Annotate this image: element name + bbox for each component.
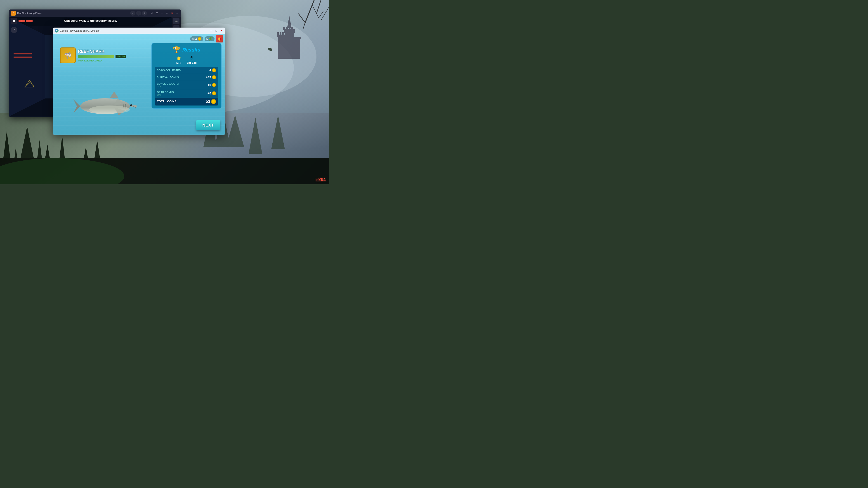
bonus-objects-coin-icon bbox=[212, 83, 216, 87]
shark-area: 🦈 ! REEF SHARK LVL 10 MAX LVL REACHED bbox=[60, 47, 146, 128]
coins-coin-icon bbox=[212, 68, 216, 72]
total-coins-label-text: TOTAL COINS bbox=[157, 100, 177, 103]
gear-bonus-value: +0 bbox=[208, 92, 211, 95]
arrow-display: 5 🌿 bbox=[205, 36, 215, 41]
survival-label-text: SURVIVAL BONUS: bbox=[157, 76, 180, 79]
stat-star: ⭐ 515 bbox=[176, 56, 181, 65]
bs-window-controls: ⚙ ☰ ─ □ ✕ » bbox=[150, 11, 179, 15]
gpg-top-bar: 834 5 🌿 🎁 bbox=[190, 35, 223, 42]
result-row-gear-bonus: GEAR BONUS +0% +0 bbox=[155, 89, 218, 98]
total-coins-label: TOTAL COINS bbox=[157, 100, 177, 103]
bonus-objects-value: +0 bbox=[208, 83, 211, 87]
result-row-survival: SURVIVAL BONUS: +49 bbox=[155, 74, 218, 81]
gpg-titlebar: ▶ Google Play Games on PC Emulator ─ □ ✕ bbox=[53, 28, 225, 34]
survival-bonus-label: SURVIVAL BONUS: bbox=[157, 76, 180, 79]
xda-watermark: ⊡XDA bbox=[316, 177, 326, 182]
timer-icon: ⏱ bbox=[190, 56, 194, 61]
trophy-icon: 🏆 bbox=[173, 46, 181, 54]
results-header: 🏆 Results bbox=[155, 46, 218, 54]
bonus-objects-label: BONUS OBJECTS: 0/15 bbox=[157, 82, 179, 88]
bs-sidebar-button[interactable]: » bbox=[175, 11, 179, 15]
coins-value: 4 bbox=[209, 68, 211, 72]
gear-bonus-label-text: GEAR BONUS bbox=[157, 91, 174, 94]
shark-icon-badge: 🦈 ! bbox=[60, 47, 76, 63]
bs-home-button[interactable]: ⌂ bbox=[136, 11, 141, 15]
gear-bonus-label: GEAR BONUS +0% bbox=[157, 91, 174, 96]
game-hud: ⏸ bbox=[11, 18, 33, 24]
hp-segment-1 bbox=[19, 20, 22, 22]
shark-badge-icon: 🦈 bbox=[64, 52, 72, 59]
gpg-close-button[interactable]: ✕ bbox=[219, 29, 223, 33]
bonus-objects-value-group: +0 bbox=[208, 83, 216, 87]
reef-shark-info: REEF SHARK LVL 10 MAX LVL REACHED bbox=[78, 49, 126, 62]
gpg-logo: ▶ bbox=[55, 29, 59, 33]
time-value: 3m 33s bbox=[187, 61, 197, 64]
total-coins-value: 53 bbox=[206, 99, 210, 104]
coin-display: 834 bbox=[190, 36, 203, 41]
coins-label-text: COINS COLLECTED: bbox=[157, 69, 182, 72]
objective-text: Objective: Walk to the security lasers. bbox=[9, 19, 172, 22]
bonus-objects-sublabel: 0/15 bbox=[157, 86, 179, 88]
shark-name: REEF SHARK bbox=[78, 49, 126, 54]
shark-image-area bbox=[71, 84, 139, 124]
max-level-text: MAX LVL REACHED bbox=[78, 59, 126, 62]
bs-back-button[interactable]: ← bbox=[130, 11, 135, 15]
bs-maximize-button[interactable]: □ bbox=[165, 11, 169, 15]
bs-recent-button[interactable]: ⊞ bbox=[142, 11, 147, 15]
toolbar-gamepad-icon[interactable]: 🎮 bbox=[173, 18, 180, 24]
result-row-bonus-objects: BONUS OBJECTS: 0/15 +0 bbox=[155, 81, 218, 89]
level-badge: LVL 10 bbox=[116, 55, 126, 58]
hp-segment-2 bbox=[22, 20, 25, 22]
gpg-window: ▶ Google Play Games on PC Emulator ─ □ ✕… bbox=[53, 28, 225, 135]
next-button[interactable]: NEXT bbox=[196, 120, 220, 130]
total-coins-value-group: 53 bbox=[206, 99, 216, 104]
bluestacks-titlebar: B BlueStacks App Player ← ⌂ ⊞ ⚙ ☰ ─ □ ✕ … bbox=[9, 9, 181, 17]
arrow-count: 5 bbox=[206, 37, 208, 41]
results-table: COINS COLLECTED: 4 SURVIVAL BONUS: bbox=[155, 67, 218, 105]
chest-icon[interactable]: 🎁 bbox=[216, 35, 223, 42]
coins-collected-label: COINS COLLECTED: bbox=[157, 69, 182, 72]
gpg-window-controls: ─ □ ✕ bbox=[210, 29, 223, 33]
arrow-icon: 🌿 bbox=[209, 37, 213, 41]
survival-value: +49 bbox=[206, 75, 211, 79]
gear-bonus-value-group: +0 bbox=[208, 91, 216, 95]
results-panel: 🏆 Results ⭐ 515 ⏱ 3m 33s bbox=[151, 43, 221, 109]
survival-coin-icon bbox=[212, 75, 216, 79]
hp-bar bbox=[19, 20, 33, 22]
star-icon: ⭐ bbox=[176, 56, 181, 61]
reef-shark-badge: 🦈 ! REEF SHARK LVL 10 MAX LVL REACHED bbox=[60, 47, 146, 63]
pause-button[interactable]: ⏸ bbox=[11, 18, 17, 24]
shark-svg bbox=[73, 86, 137, 122]
star-score: 515 bbox=[176, 61, 181, 65]
gpg-minimize-button[interactable]: ─ bbox=[210, 29, 213, 33]
bluestacks-logo: B bbox=[11, 11, 16, 15]
bs-close-button[interactable]: ✕ bbox=[170, 11, 174, 15]
svg-point-74 bbox=[89, 105, 130, 113]
level-bar-fill bbox=[78, 55, 114, 58]
coin-count: 834 bbox=[192, 37, 197, 41]
coins-value-group: 4 bbox=[209, 68, 216, 72]
level-bar bbox=[78, 55, 114, 58]
bs-nav-buttons: ← ⌂ ⊞ bbox=[130, 11, 147, 15]
gear-bonus-coin-icon bbox=[212, 91, 216, 95]
bs-menu-icon[interactable]: ☰ bbox=[155, 11, 159, 15]
bonus-objects-label-text: BONUS OBJECTS: bbox=[157, 82, 179, 86]
hp-segment-4 bbox=[29, 20, 33, 22]
bs-settings-icon[interactable]: ⚙ bbox=[150, 11, 154, 15]
result-row-coins: COINS COLLECTED: 4 bbox=[155, 67, 218, 74]
bs-minimize-button[interactable]: ─ bbox=[160, 11, 164, 15]
level-bar-container: LVL 10 bbox=[78, 55, 126, 58]
results-stats: ⭐ 515 ⏱ 3m 33s bbox=[155, 56, 218, 65]
gpg-game-content: 834 5 🌿 🎁 🦈 ! REEF SHA bbox=[53, 34, 225, 135]
coin-icon bbox=[198, 37, 202, 41]
hp-segment-3 bbox=[26, 20, 29, 22]
svg-rect-55 bbox=[13, 53, 32, 55]
help-button[interactable]: ? bbox=[11, 27, 17, 33]
gear-bonus-sublabel: +0% bbox=[157, 94, 174, 96]
survival-value-group: +49 bbox=[206, 75, 216, 79]
stat-time: ⏱ 3m 33s bbox=[187, 56, 197, 65]
result-row-total-coins: TOTAL COINS 53 bbox=[155, 98, 218, 105]
gpg-maximize-button[interactable]: □ bbox=[215, 29, 218, 33]
svg-rect-56 bbox=[13, 57, 32, 58]
svg-point-73 bbox=[131, 105, 132, 105]
